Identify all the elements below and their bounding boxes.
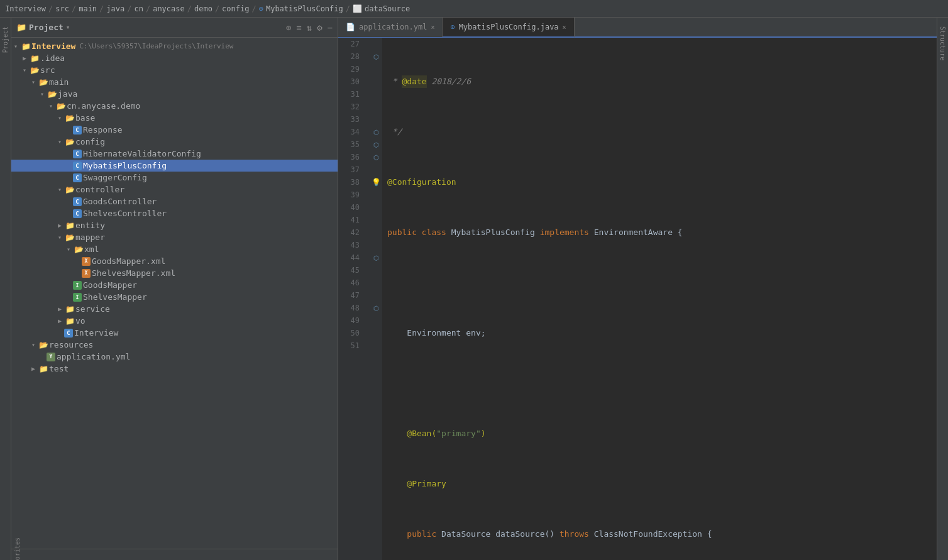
- tree-item-test[interactable]: ▶ 📁 test: [11, 363, 338, 375]
- tree-item-controller[interactable]: ▾ 📂 controller: [11, 184, 338, 195]
- tab-application-yml[interactable]: 📄 application.yml ×: [338, 18, 443, 37]
- code-line-34: @Bean("primary"): [387, 427, 932, 440]
- GC-class-icon: C: [73, 197, 82, 206]
- breadcrumb-interview[interactable]: Interview: [5, 4, 46, 13]
- breadcrumb-java[interactable]: java: [106, 4, 124, 13]
- yml-tab-icon: 📄: [346, 23, 355, 31]
- sidebar-item-project[interactable]: Project: [1, 24, 10, 55]
- minimize-icon[interactable]: −: [328, 23, 333, 33]
- gutter-39: [370, 189, 382, 201]
- tree-arrow-config: ▾: [55, 138, 64, 145]
- tab-MybatisPlusConfig[interactable]: ⊙ MybatisPlusConfig.java ×: [443, 18, 574, 38]
- tree-item-application-yml[interactable]: Y application.yml: [11, 351, 338, 363]
- gutter-47: [370, 289, 382, 302]
- editor-area: 📄 application.yml × ⊙ MybatisPlusConfig.…: [338, 18, 937, 560]
- code-editor[interactable]: 27 28 29 30 31 32 33 34 35 36 37 38 39 4…: [338, 38, 937, 560]
- ShelvesMapper-iface-icon: I: [73, 293, 82, 302]
- tree-root[interactable]: ▾ 📁 Interview C:\Users\59357\IdeaProject…: [11, 40, 338, 52]
- tree-item-entity[interactable]: ▶ 📁 entity: [11, 219, 338, 231]
- bulb-icon-38[interactable]: 💡: [372, 178, 381, 187]
- tree-item-base[interactable]: ▾ 📂 base: [11, 112, 338, 124]
- tree-item-main[interactable]: ▾ 📂 main: [11, 76, 338, 88]
- breadcrumb-demo[interactable]: demo: [194, 4, 212, 13]
- project-folder-icon: 📁: [20, 42, 31, 51]
- breadcrumb-src[interactable]: src: [55, 4, 69, 13]
- breadcrumb-methodname[interactable]: dataSource: [365, 4, 410, 13]
- tree-item-HibernateValidatorConfig[interactable]: C HibernateValidatorConfig: [11, 148, 338, 160]
- tree-item-vo[interactable]: ▶ 📁 vo: [11, 315, 338, 327]
- gutter-27: [370, 38, 382, 50]
- code-line-35: @Primary: [387, 478, 932, 490]
- tab-label-appyml: application.yml: [359, 23, 427, 31]
- tree-item-config[interactable]: ▾ 📂 config: [11, 136, 338, 148]
- tree-arrow-mapper: ▾: [55, 234, 64, 241]
- bookmark-icon-28: ⬡: [373, 53, 379, 60]
- gutter-37: [370, 163, 382, 176]
- tab-close-MPC[interactable]: ×: [563, 24, 566, 31]
- expand-icon[interactable]: ⇅: [307, 23, 312, 33]
- Response-class-icon: C: [73, 126, 82, 135]
- GoodsMapper-xml-icon: X: [82, 257, 91, 266]
- code-content[interactable]: * @date 2018/2/6 */ @Configuration publi…: [382, 38, 937, 560]
- tab-close-appyml[interactable]: ×: [431, 24, 434, 31]
- tree-item-src[interactable]: ▾ 📂 src: [11, 64, 338, 76]
- breadcrumb-method[interactable]: ⬜: [353, 4, 362, 13]
- structure-label[interactable]: Structure: [938, 24, 947, 63]
- tree-arrow-cnad: ▾: [47, 102, 55, 109]
- gutter-42: [370, 226, 382, 239]
- breadcrumb-anycase[interactable]: anycase: [153, 4, 185, 13]
- tree-item-service[interactable]: ▶ 📁 service: [11, 303, 338, 315]
- tree-item-GoodsMapper[interactable]: I GoodsMapper: [11, 279, 338, 291]
- bookmark-icon-35: ⬡: [373, 141, 379, 148]
- gutter-31: [370, 88, 382, 101]
- code-line-30: public class MybatisPlusConfig implement…: [387, 226, 932, 239]
- breadcrumb-bar: Interview / src / main / java / cn / any…: [0, 0, 948, 18]
- breadcrumb-config[interactable]: config: [222, 4, 249, 13]
- gutter-45: [370, 264, 382, 277]
- tree-arrow-vo: ▶: [55, 317, 64, 324]
- gutter-48: ⬡: [370, 302, 382, 314]
- tree-item-GoodsController[interactable]: C GoodsController: [11, 195, 338, 207]
- tree-item-idea[interactable]: ▶ 📁 .idea: [11, 52, 338, 64]
- entity-folder-icon: 📁: [64, 221, 75, 230]
- tree-item-resources[interactable]: ▾ 📂 resources: [11, 339, 338, 351]
- resources-folder-icon: 📂: [38, 341, 49, 349]
- tree-item-Response[interactable]: C Response: [11, 124, 338, 136]
- HVC-class-icon: C: [73, 150, 82, 158]
- main-folder-icon: 📂: [38, 78, 49, 87]
- project-header: 📁 Project ▾ ⊕ ≡ ⇅ ⚙ −: [11, 18, 338, 38]
- tree-arrow-src: ▾: [20, 67, 29, 74]
- service-folder-icon: 📁: [64, 305, 75, 314]
- breadcrumb-cn[interactable]: cn: [134, 4, 143, 13]
- tree-item-MybatisPlusConfig[interactable]: C MybatisPlusConfig: [11, 160, 338, 172]
- tree-item-ShelvesController[interactable]: C ShelvesController: [11, 207, 338, 219]
- tree-item-cn-anycase-demo[interactable]: ▾ 📂 cn.anycase.demo: [11, 100, 338, 112]
- tree-item-mapper[interactable]: ▾ 📂 mapper: [11, 231, 338, 243]
- bookmark-icon-34: ⬡: [373, 129, 379, 136]
- tree-arrow-xml: ▾: [64, 246, 73, 253]
- collapse-icon[interactable]: ≡: [296, 23, 301, 33]
- tree-arrow-main: ▾: [29, 79, 38, 85]
- test-folder-icon: 📁: [38, 365, 49, 373]
- breadcrumb-main[interactable]: main: [79, 4, 97, 13]
- breadcrumb-file[interactable]: ⊙: [259, 4, 263, 13]
- tree-item-java[interactable]: ▾ 📂 java: [11, 88, 338, 100]
- tree-arrow-resources: ▾: [29, 341, 38, 348]
- vo-folder-icon: 📁: [64, 317, 75, 326]
- tree-item-Interview-class[interactable]: C Interview: [11, 327, 338, 339]
- base-folder-icon: 📂: [64, 114, 75, 123]
- globe-icon[interactable]: ⊕: [286, 23, 291, 33]
- tree-item-ShelvesMapper-xml[interactable]: X ShelvesMapper.xml: [11, 267, 338, 279]
- tree-item-GoodsMapper-xml[interactable]: X GoodsMapper.xml: [11, 255, 338, 267]
- project-title: 📁 Project ▾: [16, 23, 70, 32]
- favorites-bar: Favorites: [11, 549, 338, 560]
- gutter-33: [370, 113, 382, 126]
- settings-icon[interactable]: ⚙: [317, 23, 322, 33]
- tree-item-SwaggerConfig[interactable]: C SwaggerConfig: [11, 172, 338, 184]
- favorites-label[interactable]: Favorites: [14, 537, 21, 560]
- bookmark-icon-44: ⬡: [373, 255, 379, 261]
- tree-item-ShelvesMapper[interactable]: I ShelvesMapper: [11, 291, 338, 303]
- code-line-28: */: [387, 126, 932, 138]
- tree-item-xml[interactable]: ▾ 📂 xml: [11, 243, 338, 255]
- breadcrumb-classname[interactable]: MybatisPlusConfig: [266, 4, 343, 13]
